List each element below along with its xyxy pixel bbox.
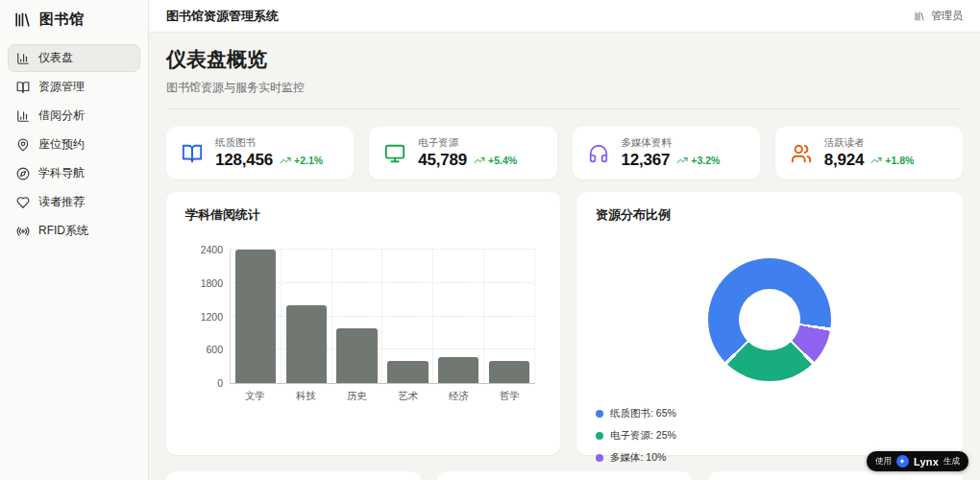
top-header: 图书馆资源管理系统 管理员 — [149, 0, 980, 33]
library-mini-icon — [914, 11, 925, 22]
bar-slot — [382, 250, 433, 383]
sidebar-item-label: 读者推荐 — [38, 194, 85, 210]
page-subtitle: 图书馆资源与服务实时监控 — [166, 80, 963, 96]
stat-trend-value: +1.8% — [885, 155, 914, 166]
x-axis-label: 经济 — [433, 390, 484, 403]
y-axis-tick: 0 — [190, 377, 223, 389]
bar-chart-plot: 0600120018002400 — [230, 250, 535, 384]
stat-label: 纸质图书 — [215, 136, 323, 150]
content: 仪表盘概览 图书馆资源与服务实时监控 纸质图书128,456+2.1%电子资源4… — [149, 33, 980, 480]
stat-trend-value: +2.1% — [294, 155, 323, 166]
bar-slot — [332, 250, 383, 383]
book-open-icon — [182, 143, 203, 164]
stat-trend-value: +5.4% — [488, 155, 517, 166]
bottom-row: 快速操作 系统状态 最近通知 — [166, 471, 963, 480]
legend-row: 纸质图书: 65% — [596, 407, 943, 420]
main-area: 图书馆资源管理系统 管理员 仪表盘概览 图书馆资源与服务实时监控 纸质图书128… — [149, 0, 980, 480]
sidebar-item-label: 仪表盘 — [38, 50, 73, 66]
bar-哲学 — [489, 361, 529, 383]
legend-dot — [596, 410, 603, 418]
app-logo-text: 图书馆 — [39, 11, 85, 29]
legend-row: 电子资源: 25% — [596, 429, 943, 443]
monitor-icon — [384, 143, 405, 164]
donut-chart-card: 资源分布比例 纸质图书: 65%电子资源: 25%多媒体: 10% — [576, 192, 963, 455]
sidebar-item-resource-mgmt[interactable]: 资源管理 — [8, 73, 140, 101]
trending-up-icon — [676, 155, 688, 166]
bar-chart-x-labels: 文学科技历史艺术经济哲学 — [230, 390, 535, 403]
bar-经济 — [438, 357, 478, 383]
stat-label: 电子资源 — [418, 136, 517, 150]
stat-card-1: 电子资源45,789+5.4% — [369, 127, 556, 180]
sidebar-item-label: 学科导航 — [38, 165, 85, 181]
chart-column-icon — [16, 52, 30, 65]
bar-slot — [484, 250, 535, 383]
recent-notifications-card: 最近通知 — [708, 471, 963, 480]
sidebar-item-borrow-analysis[interactable]: 借阅分析 — [8, 102, 140, 130]
stat-trend-value: +3.2% — [691, 155, 720, 166]
headphones-icon — [588, 143, 609, 164]
bar-艺术 — [387, 361, 428, 383]
stat-label: 活跃读者 — [824, 136, 915, 150]
heart-icon — [16, 196, 30, 209]
app-window: 图书馆 仪表盘资源管理借阅分析座位预约学科导航读者推荐RFID系统 图书馆资源管… — [0, 0, 980, 480]
stat-value: 128,456 — [215, 151, 273, 170]
library-logo-icon — [13, 11, 32, 29]
bar-slot — [231, 250, 282, 383]
bars-container — [231, 250, 535, 383]
sidebar-item-reader-recs[interactable]: 读者推荐 — [8, 188, 140, 216]
sidebar-item-label: 资源管理 — [38, 79, 85, 95]
trending-up-icon — [474, 155, 485, 166]
sidebar: 图书馆 仪表盘资源管理借阅分析座位预约学科导航读者推荐RFID系统 — [0, 0, 149, 480]
y-axis-tick: 1200 — [190, 311, 223, 323]
divider — [166, 108, 963, 109]
y-axis-tick: 600 — [190, 344, 223, 355]
sidebar-item-subject-nav[interactable]: 学科导航 — [8, 159, 140, 187]
stats-row: 纸质图书128,456+2.1%电子资源45,789+5.4%多媒体资料12,3… — [166, 127, 963, 180]
donut-chart-title: 资源分布比例 — [596, 206, 943, 224]
map-pin-icon — [16, 138, 30, 152]
x-axis-label: 文学 — [230, 390, 281, 403]
bar-文学 — [235, 250, 276, 383]
bar-科技 — [286, 305, 327, 383]
legend-label: 电子资源: 25% — [610, 429, 676, 443]
compass-icon — [16, 167, 30, 180]
x-axis-label: 艺术 — [382, 390, 433, 403]
trending-up-icon — [870, 155, 882, 166]
donut-chart — [708, 258, 831, 381]
chart-column-icon — [16, 109, 30, 123]
charts-row: 学科借阅统计 0600120018002400 文学科技历史艺术经济哲学 资源分… — [166, 192, 963, 455]
bar-chart-card: 学科借阅统计 0600120018002400 文学科技历史艺术经济哲学 — [166, 192, 560, 455]
stat-card-0: 纸质图书128,456+2.1% — [166, 127, 354, 180]
x-axis-label: 哲学 — [484, 390, 535, 403]
quick-actions-card: 快速操作 — [166, 471, 421, 480]
lynx-logo-icon — [896, 455, 909, 468]
lynx-badge[interactable]: 使用 Lynx 生成 — [867, 451, 968, 471]
donut-hole — [739, 289, 800, 350]
page-title: 仪表盘概览 — [166, 46, 963, 73]
badge-prefix: 使用 — [875, 456, 892, 468]
badge-brand: Lynx — [914, 456, 939, 468]
y-axis-tick: 2400 — [190, 244, 223, 255]
header-title: 图书馆资源管理系统 — [166, 8, 279, 25]
user-label: 管理员 — [931, 9, 963, 23]
x-axis-label: 历史 — [331, 390, 382, 403]
stat-card-2: 多媒体资料12,367+3.2% — [573, 127, 760, 180]
stat-value: 8,924 — [824, 151, 865, 170]
sidebar-menu: 仪表盘资源管理借阅分析座位预约学科导航读者推荐RFID系统 — [8, 44, 140, 245]
legend-label: 多媒体: 10% — [610, 451, 666, 465]
sidebar-item-label: 借阅分析 — [38, 108, 85, 124]
stat-value: 12,367 — [622, 151, 671, 170]
sidebar-item-label: 座位预约 — [38, 136, 85, 153]
sidebar-item-label: RFID系统 — [38, 223, 88, 239]
stat-card-3: 活跃读者8,924+1.8% — [775, 127, 963, 180]
bar-slot — [433, 250, 484, 383]
user-menu[interactable]: 管理员 — [914, 9, 963, 23]
sidebar-item-seat-booking[interactable]: 座位预约 — [8, 131, 140, 158]
stat-value: 45,789 — [418, 151, 467, 170]
badge-suffix: 生成 — [943, 456, 960, 468]
bar-chart-title: 学科借阅统计 — [185, 206, 541, 224]
sidebar-item-rfid-system[interactable]: RFID系统 — [8, 217, 140, 245]
sidebar-item-dashboard[interactable]: 仪表盘 — [8, 44, 140, 72]
x-axis-label: 科技 — [281, 390, 331, 403]
legend-dot — [596, 432, 603, 440]
